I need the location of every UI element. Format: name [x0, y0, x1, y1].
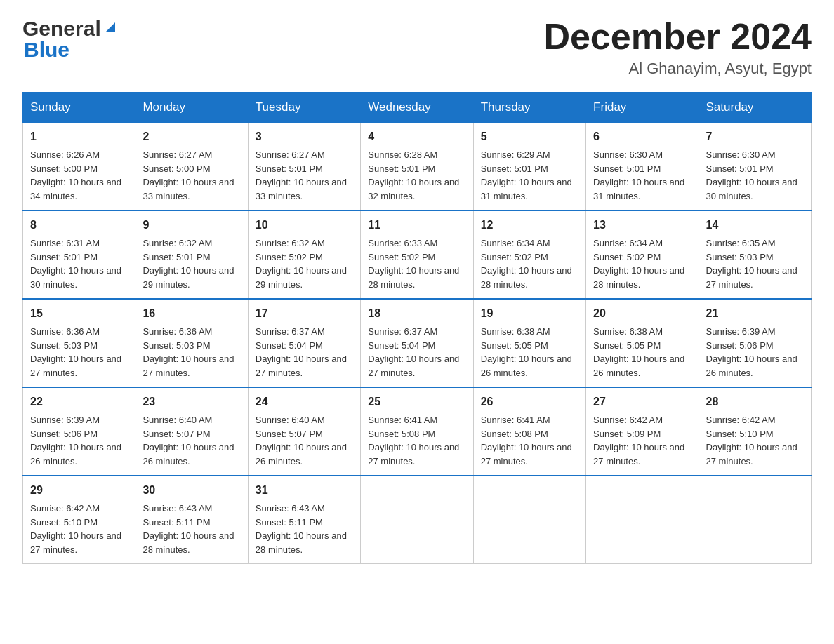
- sunrise-info: Sunrise: 6:31 AM: [30, 238, 100, 248]
- sunrise-info: Sunrise: 6:37 AM: [368, 326, 437, 337]
- table-row: 21 Sunrise: 6:39 AM Sunset: 5:06 PM Dayl…: [699, 299, 811, 387]
- sunrise-info: Sunrise: 6:43 AM: [143, 503, 212, 514]
- table-row: 16 Sunrise: 6:36 AM Sunset: 5:03 PM Dayl…: [135, 299, 248, 387]
- table-row: 13 Sunrise: 6:34 AM Sunset: 5:02 PM Dayl…: [586, 210, 699, 299]
- day-number: 21: [706, 305, 804, 322]
- table-row: 27 Sunrise: 6:42 AM Sunset: 5:09 PM Dayl…: [586, 387, 699, 476]
- daylight-info: Daylight: 10 hours and 27 minutes.: [368, 442, 459, 467]
- sunrise-info: Sunrise: 6:39 AM: [706, 326, 776, 337]
- daylight-info: Daylight: 10 hours and 31 minutes.: [481, 177, 572, 201]
- daylight-info: Daylight: 10 hours and 28 minutes.: [593, 265, 684, 290]
- calendar-week-row: 8 Sunrise: 6:31 AM Sunset: 5:01 PM Dayli…: [23, 210, 812, 299]
- day-number: 12: [481, 217, 578, 234]
- sunrise-info: Sunrise: 6:40 AM: [256, 415, 325, 425]
- table-row: 19 Sunrise: 6:38 AM Sunset: 5:05 PM Dayl…: [473, 299, 585, 387]
- day-number: 27: [593, 394, 691, 410]
- sunrise-info: Sunrise: 6:33 AM: [368, 238, 437, 248]
- day-number: 17: [256, 305, 353, 322]
- sunset-info: Sunset: 5:11 PM: [256, 517, 323, 528]
- sunrise-info: Sunrise: 6:40 AM: [143, 415, 212, 425]
- daylight-info: Daylight: 10 hours and 27 minutes.: [143, 354, 234, 378]
- day-number: 28: [706, 394, 804, 410]
- table-row: 29 Sunrise: 6:42 AM Sunset: 5:10 PM Dayl…: [23, 476, 135, 564]
- sunset-info: Sunset: 5:03 PM: [143, 340, 210, 351]
- day-number: 13: [593, 217, 691, 234]
- daylight-info: Daylight: 10 hours and 33 minutes.: [256, 177, 347, 201]
- daylight-info: Daylight: 10 hours and 30 minutes.: [30, 265, 121, 290]
- sunrise-info: Sunrise: 6:27 AM: [143, 149, 212, 160]
- day-number: 31: [256, 482, 353, 499]
- calendar-week-row: 15 Sunrise: 6:36 AM Sunset: 5:03 PM Dayl…: [23, 299, 812, 387]
- table-row: 20 Sunrise: 6:38 AM Sunset: 5:05 PM Dayl…: [586, 299, 699, 387]
- sunset-info: Sunset: 5:02 PM: [256, 252, 323, 262]
- daylight-info: Daylight: 10 hours and 28 minutes.: [368, 265, 459, 290]
- sunrise-info: Sunrise: 6:41 AM: [368, 415, 437, 425]
- sunrise-info: Sunrise: 6:28 AM: [368, 149, 437, 160]
- table-row: 1 Sunrise: 6:26 AM Sunset: 5:00 PM Dayli…: [23, 122, 135, 210]
- day-number: 5: [481, 128, 578, 145]
- sunrise-info: Sunrise: 6:42 AM: [706, 415, 776, 425]
- sunrise-info: Sunrise: 6:41 AM: [481, 415, 550, 425]
- table-row: 10 Sunrise: 6:32 AM Sunset: 5:02 PM Dayl…: [248, 210, 360, 299]
- table-row: 18 Sunrise: 6:37 AM Sunset: 5:04 PM Dayl…: [361, 299, 473, 387]
- table-row: 3 Sunrise: 6:27 AM Sunset: 5:01 PM Dayli…: [248, 122, 360, 210]
- sunset-info: Sunset: 5:01 PM: [143, 252, 210, 262]
- calendar-header-row: Sunday Monday Tuesday Wednesday Thursday…: [23, 93, 812, 122]
- sunset-info: Sunset: 5:03 PM: [706, 252, 774, 262]
- sunset-info: Sunset: 5:07 PM: [143, 429, 210, 439]
- day-number: 9: [143, 217, 240, 234]
- day-number: 24: [256, 394, 353, 410]
- table-row: [473, 476, 585, 564]
- page-header: General Blue December 2024 Al Ghanayim, …: [22, 17, 812, 78]
- sunset-info: Sunset: 5:01 PM: [30, 252, 98, 262]
- table-row: 30 Sunrise: 6:43 AM Sunset: 5:11 PM Dayl…: [135, 476, 248, 564]
- sunrise-info: Sunrise: 6:42 AM: [30, 503, 100, 514]
- sunset-info: Sunset: 5:06 PM: [706, 340, 774, 351]
- sunset-info: Sunset: 5:02 PM: [368, 252, 435, 262]
- day-number: 8: [30, 217, 128, 234]
- table-row: 15 Sunrise: 6:36 AM Sunset: 5:03 PM Dayl…: [23, 299, 135, 387]
- sunset-info: Sunset: 5:00 PM: [143, 163, 210, 174]
- daylight-info: Daylight: 10 hours and 26 minutes.: [30, 442, 121, 467]
- logo-general: General: [22, 17, 101, 41]
- table-row: 31 Sunrise: 6:43 AM Sunset: 5:11 PM Dayl…: [248, 476, 360, 564]
- sunrise-info: Sunrise: 6:37 AM: [256, 326, 325, 337]
- table-row: 14 Sunrise: 6:35 AM Sunset: 5:03 PM Dayl…: [699, 210, 811, 299]
- sunset-info: Sunset: 5:10 PM: [706, 429, 774, 439]
- daylight-info: Daylight: 10 hours and 27 minutes.: [30, 354, 121, 378]
- daylight-info: Daylight: 10 hours and 32 minutes.: [368, 177, 459, 201]
- sunrise-info: Sunrise: 6:30 AM: [706, 149, 776, 160]
- calendar-week-row: 22 Sunrise: 6:39 AM Sunset: 5:06 PM Dayl…: [23, 387, 812, 476]
- table-row: 9 Sunrise: 6:32 AM Sunset: 5:01 PM Dayli…: [135, 210, 248, 299]
- daylight-info: Daylight: 10 hours and 29 minutes.: [256, 265, 347, 290]
- sunset-info: Sunset: 5:02 PM: [593, 252, 661, 262]
- daylight-info: Daylight: 10 hours and 27 minutes.: [481, 442, 572, 467]
- sunrise-info: Sunrise: 6:43 AM: [256, 503, 325, 514]
- sunrise-info: Sunrise: 6:32 AM: [143, 238, 212, 248]
- sunset-info: Sunset: 5:04 PM: [256, 340, 323, 351]
- daylight-info: Daylight: 10 hours and 26 minutes.: [481, 354, 572, 378]
- table-row: [361, 476, 473, 564]
- header-saturday: Saturday: [699, 93, 811, 122]
- daylight-info: Daylight: 10 hours and 27 minutes.: [368, 354, 459, 378]
- day-number: 7: [706, 128, 804, 145]
- day-number: 6: [593, 128, 691, 145]
- day-number: 1: [30, 128, 128, 145]
- sunrise-info: Sunrise: 6:39 AM: [30, 415, 100, 425]
- day-number: 18: [368, 305, 465, 322]
- sunset-info: Sunset: 5:01 PM: [368, 163, 435, 174]
- header-tuesday: Tuesday: [248, 93, 360, 122]
- sunset-info: Sunset: 5:02 PM: [481, 252, 548, 262]
- day-number: 14: [706, 217, 804, 234]
- sunset-info: Sunset: 5:04 PM: [368, 340, 435, 351]
- day-number: 15: [30, 305, 128, 322]
- calendar-week-row: 1 Sunrise: 6:26 AM Sunset: 5:00 PM Dayli…: [23, 122, 812, 210]
- daylight-info: Daylight: 10 hours and 34 minutes.: [30, 177, 121, 201]
- sunset-info: Sunset: 5:08 PM: [481, 429, 548, 439]
- sunset-info: Sunset: 5:11 PM: [143, 517, 210, 528]
- day-number: 20: [593, 305, 691, 322]
- daylight-info: Daylight: 10 hours and 28 minutes.: [256, 530, 347, 555]
- day-number: 29: [30, 482, 128, 499]
- daylight-info: Daylight: 10 hours and 29 minutes.: [143, 265, 234, 290]
- table-row: 2 Sunrise: 6:27 AM Sunset: 5:00 PM Dayli…: [135, 122, 248, 210]
